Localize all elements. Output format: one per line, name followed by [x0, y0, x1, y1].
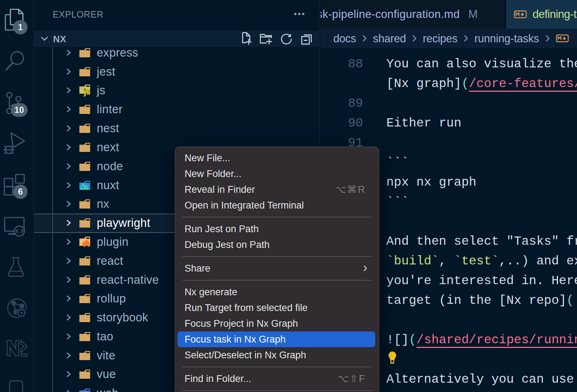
- svg-text:js: js: [84, 87, 90, 96]
